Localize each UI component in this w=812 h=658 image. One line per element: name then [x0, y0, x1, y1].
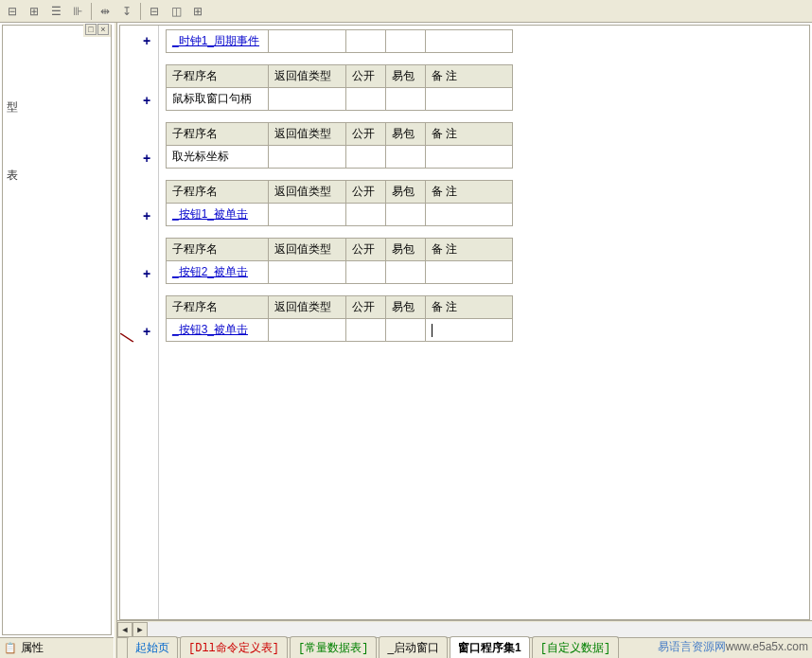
panel-close-icon[interactable]: × [97, 24, 109, 35]
return-type-cell[interactable] [269, 319, 346, 342]
subroutine-block: ╲+子程序名返回值类型公开易包备 注_按钮3_被单击 [120, 295, 809, 342]
return-type-cell[interactable] [269, 261, 346, 284]
pack-cell[interactable] [386, 88, 426, 111]
col-header-name: 子程序名 [167, 65, 269, 88]
align-justify-icon[interactable]: ☰ [45, 2, 66, 21]
left-label-2: 表 [7, 168, 107, 184]
horizontal-scrollbar[interactable]: ◄ ► [117, 620, 812, 637]
properties-label: 属性 [21, 640, 44, 656]
tab-label: 窗口程序集1 [458, 641, 521, 654]
col-header-name: 子程序名 [167, 181, 269, 204]
watermark-cn: 易语言资源网 [658, 640, 726, 653]
col-header-type: 返回值类型 [269, 65, 346, 88]
watermark-url: www.e5a5x.com [726, 640, 808, 653]
col-header-note: 备 注 [426, 296, 513, 319]
subroutine-name-cell[interactable]: _按钮1_被单击 [167, 204, 269, 226]
left-content: 型 表 [3, 39, 111, 634]
pack-cell[interactable] [386, 261, 426, 284]
public-cell[interactable] [346, 88, 386, 111]
code-area: +_时钟1_周期事件+子程序名返回值类型公开易包备 注鼠标取窗口句柄+子程序名返… [119, 25, 810, 620]
col-header-pack: 易包 [386, 296, 426, 319]
main-area: □ × 型 表 📋 属性 +_时钟1_周期事件+子程序名返回值类型公开易包备 注… [0, 23, 812, 658]
toolbar-separator [91, 3, 92, 20]
text-cursor [432, 324, 432, 337]
align-center-icon[interactable]: ⊪ [67, 2, 88, 21]
subroutine-table: 子程序名返回值类型公开易包备 注_按钮3_被单击 [166, 295, 513, 342]
note-cell[interactable] [426, 30, 513, 53]
note-cell[interactable] [426, 204, 513, 226]
expand-icon[interactable]: + [143, 93, 150, 108]
note-cell[interactable] [426, 146, 513, 169]
panel-min-icon[interactable]: □ [85, 24, 97, 35]
tab[interactable]: [自定义数据] [532, 636, 619, 658]
split-v-icon[interactable]: ◫ [166, 2, 186, 21]
arrow-both-icon[interactable]: ⇹ [95, 2, 115, 21]
public-cell[interactable] [346, 319, 386, 342]
note-cell[interactable] [426, 319, 513, 342]
expand-icon[interactable]: + [143, 151, 150, 166]
public-cell[interactable] [346, 261, 386, 284]
expand-icon[interactable]: + [143, 33, 150, 48]
expand-icon[interactable]: + [143, 324, 150, 339]
col-header-public: 公开 [346, 181, 386, 204]
left-panel: □ × 型 表 📋 属性 [0, 23, 114, 658]
watermark: 易语言资源网www.e5a5x.com [658, 639, 808, 655]
public-cell[interactable] [346, 204, 386, 226]
properties-tab[interactable]: 📋 属性 [0, 637, 114, 658]
col-header-public: 公开 [346, 296, 386, 319]
tab[interactable]: 窗口程序集1 [450, 636, 530, 658]
return-type-cell[interactable] [269, 146, 346, 169]
subroutine-name-cell[interactable]: _按钮3_被单击 [167, 319, 269, 342]
col-header-public: 公开 [346, 239, 386, 261]
return-type-cell[interactable] [269, 204, 346, 226]
col-header-type: 返回值类型 [269, 239, 346, 261]
tab-label: [自定义数据] [540, 642, 610, 655]
tab-label: [常量数据表] [298, 642, 368, 655]
col-header-pack: 易包 [386, 123, 426, 146]
return-type-cell[interactable] [269, 88, 346, 111]
scroll-right-icon[interactable]: ► [132, 622, 148, 637]
pack-cell[interactable] [386, 146, 426, 169]
subroutine-name-cell[interactable]: _按钮2_被单击 [167, 261, 269, 284]
subroutine-table: 子程序名返回值类型公开易包备 注_按钮1_被单击 [166, 180, 513, 226]
tab[interactable]: _启动窗口 [379, 636, 448, 658]
align-left-icon[interactable]: ⊟ [2, 2, 23, 21]
left-panel-body: □ × 型 表 [2, 25, 112, 635]
subroutine-block: +子程序名返回值类型公开易包备 注取光标坐标 [120, 122, 809, 169]
scroll-left-icon[interactable]: ◄ [117, 622, 132, 637]
subroutine-name-cell[interactable]: 鼠标取窗口句柄 [167, 88, 269, 111]
align-right-icon[interactable]: ⊞ [24, 2, 44, 21]
col-header-type: 返回值类型 [269, 296, 346, 319]
col-header-note: 备 注 [426, 123, 513, 146]
return-type-cell[interactable] [269, 30, 346, 53]
public-cell[interactable] [346, 30, 386, 53]
subroutine-name-cell[interactable]: _时钟1_周期事件 [167, 30, 269, 53]
tab-label: 起始页 [135, 641, 169, 654]
subroutine-name-cell[interactable]: 取光标坐标 [167, 146, 269, 169]
col-header-public: 公开 [346, 65, 386, 88]
arrow-down-icon[interactable]: ↧ [116, 2, 137, 21]
left-panel-header: □ × [83, 24, 111, 37]
col-header-note: 备 注 [426, 239, 513, 261]
grid-icon[interactable]: ⊞ [187, 2, 208, 21]
expand-icon[interactable]: + [143, 266, 150, 281]
col-header-type: 返回值类型 [269, 181, 346, 204]
subroutine-table: 子程序名返回值类型公开易包备 注_按钮2_被单击 [166, 238, 513, 284]
tab[interactable]: 起始页 [127, 636, 178, 658]
expand-icon[interactable]: + [143, 208, 150, 223]
scroll-track[interactable] [148, 622, 812, 637]
col-header-name: 子程序名 [167, 296, 269, 319]
pack-cell[interactable] [386, 30, 426, 53]
subroutine-block: +子程序名返回值类型公开易包备 注鼠标取窗口句柄 [120, 64, 809, 111]
note-cell[interactable] [426, 261, 513, 284]
public-cell[interactable] [346, 146, 386, 169]
col-header-pack: 易包 [386, 181, 426, 204]
pack-cell[interactable] [386, 204, 426, 226]
left-label-1: 型 [7, 99, 107, 116]
col-header-public: 公开 [346, 123, 386, 146]
split-h-icon[interactable]: ⊟ [144, 2, 165, 21]
pack-cell[interactable] [386, 319, 426, 342]
note-cell[interactable] [426, 88, 513, 111]
tab[interactable]: [Dll命令定义表] [180, 636, 288, 658]
tab[interactable]: [常量数据表] [290, 636, 377, 658]
